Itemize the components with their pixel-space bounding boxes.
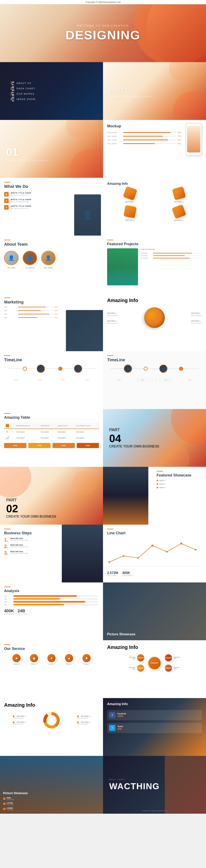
service-accent	[4, 644, 10, 645]
contents-item-1: 1 ABOUT US	[10, 81, 36, 85]
option1-label: Option 1	[125, 201, 135, 203]
service-item-1: ★ Service 1	[9, 654, 24, 665]
avatar-img-2: 👤	[23, 251, 36, 265]
anl-track-1	[13, 595, 98, 597]
service-item-2: ◆ Service 2	[27, 654, 41, 665]
mkt-pct-4: 55%	[55, 317, 60, 318]
tr1-mgmt: Description	[15, 429, 39, 435]
chart-accent	[107, 529, 113, 529]
twitter-platform: Twitter	[117, 725, 123, 727]
step-num-2: 2.	[4, 544, 8, 549]
table-btn-3[interactable]: MORE	[53, 443, 75, 448]
step-text-1: Write title here Write some description …	[10, 537, 28, 542]
hero-text-block: WELCOME TO OUR CREATIVE DESIGNING	[65, 25, 141, 42]
mkt-bar-3: Skill 90%	[4, 313, 60, 315]
project-img	[107, 248, 138, 285]
tl1-label2: 2016	[38, 379, 41, 381]
part02-word: PART	[6, 498, 17, 502]
option2-label: Option 2	[174, 201, 183, 203]
service-label-3: Service 3	[49, 663, 54, 665]
mkt-fill-2	[18, 310, 41, 311]
hero-subtitle: WELCOME TO OUR CREATIVE	[65, 25, 141, 27]
table-header-row: Management Finance Analysis Distribution	[4, 423, 99, 429]
proj-bar-fill-3	[153, 258, 190, 258]
marketing-title: Marketing	[4, 300, 99, 305]
mkt-fill-3	[18, 314, 50, 314]
tl2-track	[110, 369, 199, 369]
mkt-pct-2: 65%	[55, 310, 60, 311]
contents-num-4: 4	[10, 97, 14, 101]
tl1-node4	[74, 365, 82, 373]
service-label-1: Service 1	[13, 663, 19, 665]
concept-item-3: Write texthere CONCEPT	[129, 664, 144, 672]
part02-sub: CREATE YOUR OWN BUSINESS	[6, 515, 97, 519]
step-2: 2. Write title here Write some descripti…	[4, 544, 56, 549]
amazing2-label2: Option 2	[191, 312, 201, 314]
showcase-img-overlay	[103, 467, 148, 525]
row-12: Our Service ★ Service 1 ◆ Service 2 ● Se…	[0, 640, 206, 698]
phone-screen	[187, 126, 200, 152]
showcase-opt2: Option 2	[156, 483, 202, 485]
globe-3d	[144, 307, 165, 328]
tl2-node2	[144, 367, 148, 371]
table-btn-1[interactable]: MORE	[4, 443, 26, 448]
anl-bar-4: Skill	[4, 604, 99, 606]
project-details: Write description here Skill Name Skill …	[141, 248, 202, 285]
p2-blob2	[72, 471, 97, 496]
concept-content: Write texthere CONCEPT Write texthere CO…	[107, 654, 202, 672]
tl2-container	[110, 369, 199, 369]
concept-label-3: Write texthere	[129, 667, 135, 670]
contents-item-2: 2 DADA CHART	[10, 87, 36, 90]
donut-hole	[46, 715, 57, 725]
anl-stat-2: 24B Total Views	[18, 609, 27, 615]
finale-slide: WANT THAT? WACTHING Copyright © http//ww…	[103, 756, 206, 814]
table-btn-1-label: MORE	[13, 445, 17, 446]
concept-item-2: CONCEPT Write texthere	[165, 654, 180, 661]
donut-title: Amazing Info	[4, 702, 99, 708]
amazing2-opt2: Option 2 Write description	[191, 311, 202, 317]
showcase-opt1-label: Option 1	[159, 479, 166, 482]
contents-item-4: 4 IMAGE SHOW	[10, 97, 36, 101]
tl1-label4: 2018	[86, 379, 89, 381]
tl2-watermark: PPTSTORE	[137, 377, 172, 383]
row-4: What We Do ◆ WRITE TITLE HERE Write some…	[0, 178, 206, 236]
tr2-dist: Description	[75, 435, 99, 441]
mkt-pct-1: 80%	[55, 306, 60, 308]
anl-big-1: 400K	[4, 609, 14, 613]
member-name-2: Mr. Johnson	[25, 267, 34, 269]
service-item-5: ■ Service 5	[79, 654, 94, 665]
bar-label-3: SKILL NAME	[107, 139, 121, 141]
pic-showcase-slide: Picture Showcase	[103, 583, 206, 640]
amazing1-slide: Amazing Info Option 1 Option 2 Option 3 …	[103, 178, 206, 236]
contents-label-4: IMAGE SHOW	[17, 98, 36, 100]
table-btn-4[interactable]: MORE	[77, 443, 99, 448]
bar-track-3	[123, 140, 176, 140]
tl1-labels: 2015 2016 2017 2018	[4, 379, 99, 381]
table-btn-2[interactable]: MORE	[28, 443, 51, 448]
tl1-node2	[37, 365, 45, 373]
row-3: PART 01 CREATE YOUR OWN BUSINESS Mockup …	[0, 120, 206, 178]
chart-point-5	[166, 551, 168, 553]
p2-blob1	[0, 467, 31, 498]
option4-label: Option 4	[174, 219, 183, 221]
tr2-icon: 📈	[4, 435, 15, 441]
table-btn-3-label: MORE	[61, 445, 66, 446]
donut-opt1: Option 1 Write description	[13, 715, 26, 719]
team-accent	[4, 240, 10, 240]
mkt-label-4: Skill	[4, 317, 17, 318]
mkt-track-2	[18, 310, 53, 311]
pic2-stat-icon-1	[3, 798, 5, 800]
service-icon-symbol-1: ★	[15, 656, 18, 660]
step-3: 3. Write title here Write some descripti…	[4, 551, 56, 556]
row-13: Amazing Info Option 1 Write description …	[0, 698, 206, 756]
mkt-track-1	[18, 307, 53, 307]
marketing-slide: Marketing Skill 80% Skill 65% Skill	[0, 293, 103, 351]
table-btn-2-label: MORE	[37, 445, 41, 446]
featured-title: Featured Projects	[107, 242, 202, 246]
mkt-pct-3: 90%	[55, 313, 60, 315]
row-6: Marketing Skill 80% Skill 65% Skill	[0, 293, 206, 351]
mkt-bar-2: Skill 65%	[4, 310, 60, 311]
anl-fill-1	[13, 595, 77, 597]
donut-desc3: Write description	[13, 723, 26, 725]
showcase-options: Option 1 Option 2 Option 3	[156, 479, 202, 488]
